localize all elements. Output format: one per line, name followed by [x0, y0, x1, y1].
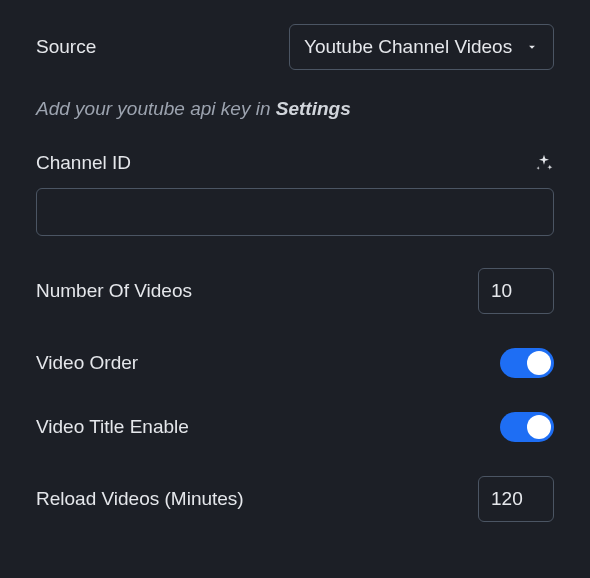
source-select[interactable]: Youtube Channel Videos [289, 24, 554, 70]
api-key-hint: Add your youtube api key in Settings [36, 98, 554, 120]
hint-settings-link[interactable]: Settings [276, 98, 351, 119]
video-title-toggle[interactable] [500, 412, 554, 442]
sparkle-icon[interactable] [534, 153, 554, 173]
toggle-knob [527, 351, 551, 375]
channel-id-input[interactable] [36, 188, 554, 236]
source-select-value: Youtube Channel Videos [304, 36, 517, 58]
reload-input[interactable] [478, 476, 554, 522]
video-order-label: Video Order [36, 352, 138, 374]
video-order-toggle[interactable] [500, 348, 554, 378]
toggle-knob [527, 415, 551, 439]
hint-prefix: Add your youtube api key in [36, 98, 276, 119]
channel-id-label: Channel ID [36, 152, 131, 174]
num-videos-input[interactable] [478, 268, 554, 314]
source-label: Source [36, 36, 96, 58]
num-videos-label: Number Of Videos [36, 280, 192, 302]
reload-label: Reload Videos (Minutes) [36, 488, 244, 510]
chevron-down-icon [525, 40, 539, 54]
video-title-label: Video Title Enable [36, 416, 189, 438]
